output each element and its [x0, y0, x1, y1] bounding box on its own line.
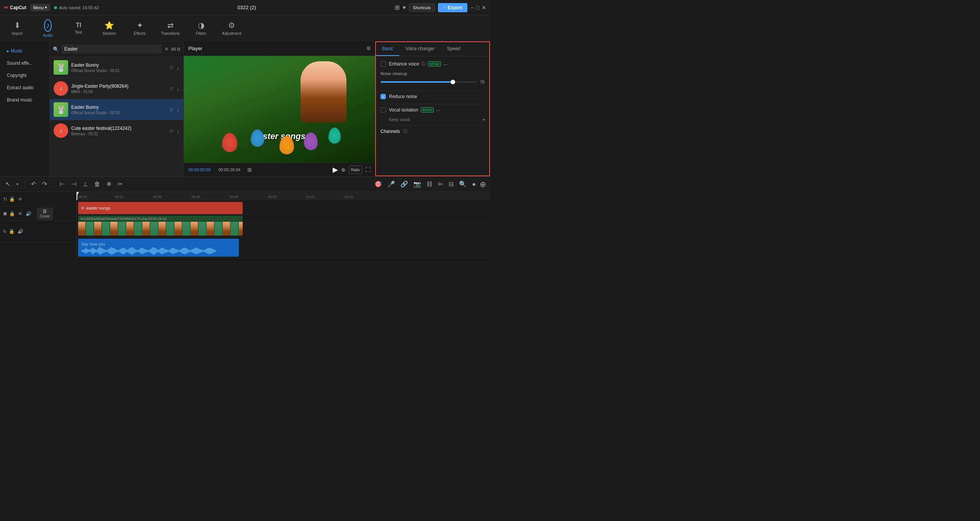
split-audio-button[interactable]: ⊣	[70, 179, 78, 189]
tool-adjustment[interactable]: ⚙ Adjustment	[222, 21, 241, 36]
tool-import[interactable]: ⬇ Import	[8, 21, 27, 36]
tool-stickers[interactable]: ⭐ Stickers	[100, 21, 119, 36]
waveform-bar	[100, 247, 100, 255]
enhance-voice-checkbox[interactable]	[381, 61, 386, 67]
sidebar-item-brand-music[interactable]: Brand music	[2, 94, 47, 106]
tool-transitions[interactable]: ⇄ Transitions	[161, 21, 180, 36]
select-dropdown-button[interactable]: ▾	[15, 180, 20, 188]
maximize-button[interactable]: □	[476, 5, 479, 11]
music-label: Music	[11, 48, 23, 54]
audio-lock-button[interactable]: 🔒	[8, 228, 15, 235]
tool-effects[interactable]: ✦ Effects	[130, 21, 149, 36]
filters-icon: ◑	[198, 21, 204, 30]
layout-button[interactable]: ⊞	[395, 4, 400, 11]
split-button[interactable]: ⊢	[58, 179, 67, 189]
audio-clip[interactable]: Say love you	[78, 239, 239, 257]
waveform-bar	[182, 248, 183, 254]
subtitle-button[interactable]: ⊟	[447, 179, 455, 189]
list-item[interactable]: ♪ Cute easter festival(1224242) Beemyu ·…	[50, 120, 183, 141]
add-track-button[interactable]: ⊕	[480, 179, 486, 189]
freeze-button[interactable]: ❄	[105, 179, 113, 189]
close-button[interactable]: ✕	[482, 5, 486, 11]
waveform-bar	[90, 249, 91, 252]
video-audio-button[interactable]: 🔊	[25, 210, 32, 217]
speed-button[interactable]: ⊥	[81, 179, 90, 189]
search-input[interactable]	[61, 44, 162, 54]
keep-vocal-dropdown-icon[interactable]: ▾	[483, 118, 485, 122]
video-thumbnail-strip[interactable]: // We'll add these dynamically	[78, 222, 243, 236]
waveform-bar	[112, 247, 113, 254]
sidebar-item-copyright[interactable]: Copyright	[2, 70, 47, 81]
download-button[interactable]: ↓	[177, 127, 180, 134]
link-button[interactable]: 🔗	[399, 179, 410, 189]
music-actions: ☆ ↓	[169, 127, 180, 134]
audio-volume-button[interactable]: 🔊	[17, 228, 24, 235]
download-button[interactable]: ↓	[177, 106, 180, 113]
tool-text[interactable]: TI Text	[69, 22, 88, 34]
camera-button[interactable]: 📷	[412, 179, 423, 189]
sidebar-item-sound-effects[interactable]: Sound effe...	[2, 57, 47, 69]
waveform-bar	[198, 249, 199, 253]
mic-button[interactable]: 🎤	[386, 179, 397, 189]
color-button[interactable]: ●	[470, 179, 477, 189]
list-item[interactable]: 🐰 Easter Bunny Official Sound Studio · 0…	[50, 99, 183, 120]
chain-button[interactable]: ⛓	[425, 179, 434, 189]
vocal-isolation-checkbox[interactable]	[381, 107, 386, 113]
snap-button[interactable]: 🎯	[373, 179, 384, 189]
title-visible-button[interactable]: 👁	[17, 196, 23, 203]
reduce-noise-checkbox[interactable]	[381, 94, 386, 99]
auto-saved-indicator: Auto saved: 16:55:42	[54, 5, 99, 10]
fullscreen-button[interactable]: ⛶	[365, 165, 371, 174]
redo-button[interactable]: ↷	[41, 179, 49, 189]
menu-button[interactable]: Menu ▾	[30, 4, 51, 11]
minimize-button[interactable]: −	[470, 5, 474, 11]
video-visible-button[interactable]: 👁	[17, 210, 23, 217]
search-clear-button[interactable]: ✕	[164, 46, 169, 52]
filter-button[interactable]: All ⊟	[171, 47, 180, 52]
play-button[interactable]: ▶	[333, 165, 338, 174]
cut-button[interactable]: ✂	[116, 179, 124, 189]
layout-chevron-button[interactable]: ▾	[403, 4, 406, 11]
waveform-bar	[166, 249, 167, 252]
undo-button[interactable]: ↶	[29, 179, 38, 189]
sidebar-item-extract-audio[interactable]: Extract audio	[2, 82, 47, 93]
sidebar-item-music[interactable]: Music	[2, 45, 47, 57]
tab-speed[interactable]: Speed	[441, 42, 466, 56]
zoom-out-button[interactable]: 🔍	[457, 179, 468, 189]
cover-button[interactable]: 🖼 Cover	[37, 208, 53, 220]
list-item[interactable]: 🐰 Easter Bunny Official Sound Studio · 0…	[50, 57, 183, 78]
favorite-button[interactable]: ☆	[169, 64, 174, 71]
file-info-clip[interactable]: 0e19d35a380a65f4ae4073e59b8a3c70.png 00:…	[78, 216, 243, 222]
favorite-button[interactable]: ☆	[169, 127, 174, 134]
waveform-bar	[148, 250, 149, 252]
music-actions: ☆ ↓	[169, 85, 180, 92]
tool-filters[interactable]: ◑ Filters	[191, 21, 211, 36]
favorite-button[interactable]: ☆	[169, 106, 174, 113]
title-lock-button[interactable]: 🔒	[8, 196, 16, 203]
favorite-button[interactable]: ☆	[169, 85, 174, 92]
delete-button[interactable]: 🗑	[93, 179, 102, 189]
tool-audio[interactable]: ♪ Audio	[38, 19, 57, 38]
toolbar-separator-1	[24, 180, 25, 188]
noise-slider-track[interactable]	[381, 81, 477, 83]
music-info: Easter Bunny Official Sound Studio · 00:…	[71, 105, 166, 115]
ratio-button[interactable]: Ratio	[349, 165, 362, 174]
safe-zone-button[interactable]: ⊕	[341, 165, 346, 174]
slider-thumb[interactable]	[451, 80, 455, 84]
align-button[interactable]: ⊨	[436, 179, 445, 189]
waveform-bar	[131, 247, 131, 254]
export-button[interactable]: ↑ Export	[438, 3, 467, 12]
download-button[interactable]: ↓	[177, 64, 180, 71]
music-actions: ☆ ↓	[169, 106, 180, 113]
title-clip[interactable]: ≡ easter songs	[78, 202, 243, 214]
timeline-view-button[interactable]: ⊞	[247, 167, 252, 173]
video-lock-button[interactable]: 🔒	[8, 210, 16, 217]
shortcuts-button[interactable]: Shortcuts	[409, 3, 435, 12]
player-menu-button[interactable]: ≡	[366, 44, 371, 52]
tab-basic[interactable]: Basic	[376, 42, 399, 56]
tab-voice-changer[interactable]: Voice changer	[399, 42, 441, 56]
list-item[interactable]: ♪ Jingle-Easter Party(808264) MMS · 01:0…	[50, 78, 183, 99]
playhead[interactable]	[77, 192, 77, 200]
download-button[interactable]: ↓	[177, 85, 180, 92]
select-tool-button[interactable]: ↖	[4, 179, 12, 189]
